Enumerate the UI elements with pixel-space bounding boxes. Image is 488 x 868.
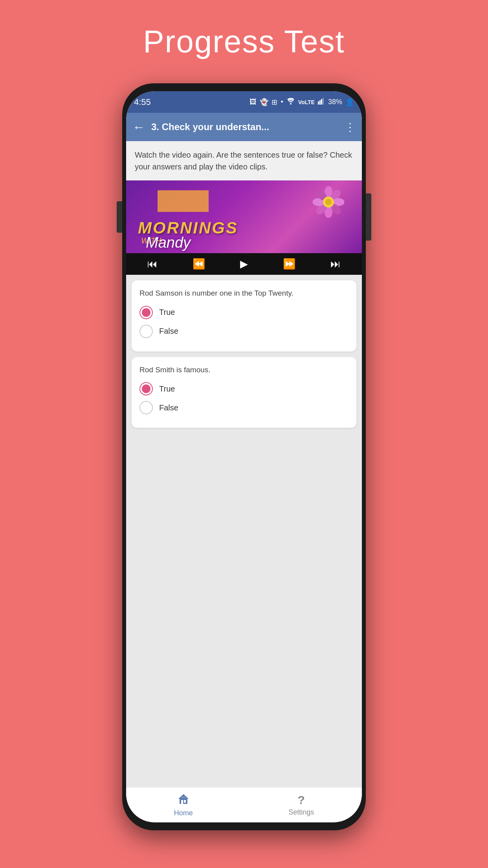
- question-1-text: Rod Samson is number one in the Top Twen…: [139, 288, 349, 299]
- fast-forward-button[interactable]: ⏩: [283, 258, 295, 270]
- battery-label: 38%: [328, 98, 342, 106]
- question-1-false-label: False: [159, 327, 178, 336]
- orange-box: [158, 190, 209, 212]
- page-title: Progress Test: [143, 24, 345, 60]
- app-bar-title: 3. Check your understan...: [151, 121, 345, 132]
- question-1-false-radio[interactable]: [139, 325, 153, 338]
- video-player: MORNINGS WITH Mandy ⏮ ⏪ ▶ ⏩ ⏭ 00:00: [126, 180, 362, 275]
- svg-rect-3: [323, 98, 324, 105]
- nav-settings-label: Settings: [288, 808, 314, 817]
- svg-rect-1: [319, 100, 321, 105]
- question-2-text: Rod Smith is famous.: [139, 365, 349, 375]
- back-button[interactable]: ←: [132, 120, 145, 134]
- video-thumbnail[interactable]: MORNINGS WITH Mandy: [126, 180, 362, 253]
- questions-area: Rod Samson is number one in the Top Twen…: [126, 275, 362, 787]
- svg-rect-15: [181, 800, 183, 804]
- svg-rect-0: [318, 101, 319, 105]
- instruction-text: Watch the video again. Are the sentences…: [135, 149, 353, 173]
- question-2-true-option[interactable]: True: [139, 382, 349, 395]
- question-1-false-option[interactable]: False: [139, 325, 349, 338]
- home-icon: [178, 793, 189, 807]
- skip-back-button[interactable]: ⏮: [147, 258, 158, 270]
- wifi-icon: [286, 97, 295, 107]
- flower-icon: [313, 186, 344, 218]
- question-2-true-label: True: [159, 384, 175, 394]
- screen: 4:55 🖼 👻 ⊞ • VoLTE: [126, 91, 362, 822]
- nav-home[interactable]: Home: [162, 790, 205, 820]
- svg-rect-16: [184, 800, 186, 803]
- question-2-false-label: False: [159, 403, 178, 412]
- mandy-text: Mandy: [146, 234, 191, 251]
- skip-forward-button[interactable]: ⏭: [330, 258, 341, 270]
- settings-icon: ?: [298, 793, 305, 807]
- status-bar: 4:55 🖼 👻 ⊞ • VoLTE: [126, 91, 362, 113]
- svg-rect-14: [180, 798, 187, 804]
- lte-icon: VoLTE: [298, 99, 315, 105]
- nav-settings[interactable]: ? Settings: [277, 790, 326, 820]
- question-1-true-label: True: [159, 308, 175, 317]
- svg-rect-2: [321, 99, 322, 105]
- question-1-true-option[interactable]: True: [139, 306, 349, 319]
- svg-point-13: [325, 199, 332, 205]
- phone-shell: 4:55 🖼 👻 ⊞ • VoLTE: [122, 83, 366, 830]
- question-card-1: Rod Samson is number one in the Top Twen…: [132, 280, 356, 351]
- grid-icon: ⊞: [272, 98, 277, 107]
- question-card-2: Rod Smith is famous. True False: [132, 357, 356, 428]
- bottom-nav: Home ? Settings: [126, 787, 362, 822]
- person-icon: 👤: [345, 98, 354, 107]
- video-controls: ⏮ ⏪ ▶ ⏩ ⏭: [126, 253, 362, 275]
- rewind-button[interactable]: ⏪: [193, 258, 205, 270]
- question-2-true-radio-inner: [142, 384, 150, 393]
- instruction-area: Watch the video again. Are the sentences…: [126, 141, 362, 180]
- question-2-false-option[interactable]: False: [139, 401, 349, 414]
- app-bar: ← 3. Check your understan... ⋮: [126, 113, 362, 141]
- signal-icon: [318, 97, 325, 107]
- image-icon: 🖼: [250, 98, 257, 106]
- more-button[interactable]: ⋮: [345, 121, 356, 134]
- question-1-true-radio[interactable]: [139, 306, 153, 319]
- dot-icon: •: [281, 98, 283, 106]
- nav-home-label: Home: [174, 809, 193, 817]
- status-time: 4:55: [134, 97, 151, 107]
- status-icons: 🖼 👻 ⊞ • VoLTE: [250, 97, 354, 107]
- question-2-true-radio[interactable]: [139, 382, 153, 395]
- play-button[interactable]: ▶: [240, 258, 248, 270]
- ghost-icon: 👻: [260, 98, 268, 107]
- svg-marker-17: [178, 794, 189, 799]
- phone-inner: 4:55 🖼 👻 ⊞ • VoLTE: [126, 91, 362, 822]
- question-1-true-radio-inner: [142, 308, 150, 317]
- svg-rect-18: [182, 797, 185, 798]
- question-2-false-radio[interactable]: [139, 401, 153, 414]
